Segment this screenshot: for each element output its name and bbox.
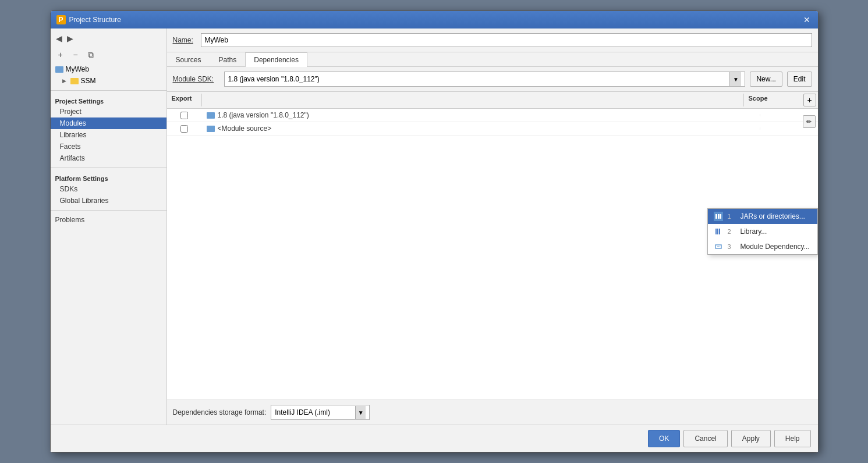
- sdk-select[interactable]: 1.8 (java version "1.8.0_112") ▼: [224, 72, 746, 87]
- library-label: Library...: [741, 227, 767, 236]
- tab-dependencies[interactable]: Dependencies: [245, 52, 307, 67]
- dropdown-item-jars[interactable]: 1 JARs or directories...: [708, 209, 817, 224]
- sidebar-item-libraries[interactable]: Libraries: [51, 129, 166, 141]
- export-checkbox-cell-2: [167, 125, 202, 133]
- project-label: Project: [60, 108, 82, 116]
- sdks-label: SDKs: [60, 185, 78, 193]
- dialog-title: Project Structure: [69, 16, 121, 24]
- export-checkbox-1[interactable]: [180, 112, 188, 119]
- right-action-buttons: ✏: [803, 115, 818, 128]
- tab-sources[interactable]: Sources: [167, 52, 210, 67]
- tree-item-ssm[interactable]: ▶ SSM: [51, 75, 166, 87]
- artifacts-label: Artifacts: [60, 154, 85, 162]
- ssm-expand-arrow: ▶: [62, 78, 68, 84]
- ok-button[interactable]: OK: [648, 430, 680, 447]
- remove-module-button[interactable]: −: [69, 48, 82, 61]
- ssm-label: SSM: [81, 77, 96, 85]
- export-header: Export: [167, 94, 202, 106]
- dep-folder-icon-2: [207, 126, 215, 132]
- dep-name-cell-1: 1.8 (java version "1.8.0_112"): [202, 110, 760, 120]
- back-arrow[interactable]: ◀: [54, 33, 64, 44]
- storage-dropdown-arrow[interactable]: ▼: [355, 406, 366, 419]
- name-row: Name:: [167, 29, 818, 52]
- sidebar-item-problems[interactable]: Problems: [51, 214, 166, 226]
- myweb-label: MyWeb: [66, 65, 89, 73]
- sidebar-divider-3: [51, 210, 166, 211]
- export-checkbox-cell: [167, 112, 202, 119]
- deps-header: Export Scope +: [167, 92, 818, 109]
- table-row: 1.8 (java version "1.8.0_112"): [167, 109, 818, 122]
- sdk-row: Module SDK: 1.8 (java version "1.8.0_112…: [167, 67, 818, 92]
- storage-row: Dependencies storage format: IntelliJ ID…: [167, 400, 818, 425]
- sdk-label: Module SDK:: [173, 75, 219, 83]
- global-libraries-label: Global Libraries: [60, 197, 109, 205]
- sidebar-item-project[interactable]: Project: [51, 106, 166, 117]
- content-area: ◀ ▶ + − ⧉ MyWeb ▶ SSM Project Settings: [51, 29, 818, 425]
- name-header: [202, 94, 743, 106]
- sidebar-item-modules[interactable]: Modules: [51, 117, 166, 129]
- table-row: <Module source>: [167, 122, 818, 136]
- sidebar-divider-1: [51, 90, 166, 91]
- libraries-label: Libraries: [60, 131, 87, 139]
- jars-icon: [714, 212, 723, 221]
- sidebar-item-artifacts[interactable]: Artifacts: [51, 152, 166, 164]
- app-icon: P: [56, 15, 66, 24]
- help-button[interactable]: Help: [774, 430, 811, 447]
- tabs-row: Sources Paths Dependencies: [167, 52, 818, 67]
- svg-rect-4: [717, 229, 718, 234]
- sidebar-divider-2: [51, 168, 166, 168]
- apply-button[interactable]: Apply: [731, 430, 771, 447]
- cancel-button[interactable]: Cancel: [683, 430, 727, 447]
- dropdown-item-library[interactable]: 2 Library...: [708, 224, 817, 239]
- svg-rect-3: [715, 229, 717, 234]
- title-bar: P Project Structure ✕: [51, 11, 818, 29]
- tab-paths[interactable]: Paths: [210, 52, 246, 67]
- name-input[interactable]: [201, 33, 812, 47]
- dep-name-cell-2: <Module source>: [202, 123, 760, 134]
- modules-label: Modules: [60, 119, 86, 127]
- svg-rect-0: [715, 214, 717, 219]
- sdk-edit-button[interactable]: Edit: [787, 72, 812, 87]
- edit-dep-button[interactable]: ✏: [803, 115, 816, 128]
- sdk-dropdown-arrow[interactable]: ▼: [729, 72, 741, 86]
- module-dep-num: 3: [728, 243, 736, 250]
- nav-arrows: ◀ ▶: [51, 31, 166, 46]
- problems-label: Problems: [55, 216, 85, 224]
- dep-name-2: <Module source>: [218, 124, 272, 133]
- dep-name-1: 1.8 (java version "1.8.0_112"): [218, 111, 309, 119]
- dep-folder-icon-1: [207, 112, 215, 119]
- scope-header: Scope: [743, 94, 802, 106]
- sidebar-item-facets[interactable]: Facets: [51, 141, 166, 152]
- add-module-button[interactable]: +: [54, 48, 67, 61]
- jars-label: JARs or directories...: [741, 212, 805, 220]
- tree-item-myweb[interactable]: MyWeb: [51, 63, 166, 75]
- library-icon: [714, 227, 723, 236]
- jars-num: 1: [728, 213, 736, 220]
- platform-settings-label: Platform Settings: [51, 173, 166, 183]
- library-num: 2: [728, 228, 736, 235]
- sdk-select-text: 1.8 (java version "1.8.0_112"): [228, 75, 730, 83]
- svg-rect-1: [718, 214, 720, 219]
- export-checkbox-2[interactable]: [180, 125, 188, 133]
- module-dep-label: Module Dependency...: [741, 243, 810, 251]
- sidebar: ◀ ▶ + − ⧉ MyWeb ▶ SSM Project Settings: [51, 29, 167, 425]
- dependencies-area: Export Scope + 1.8 (java version ": [167, 92, 818, 400]
- add-dependency-button[interactable]: +: [803, 94, 816, 106]
- myweb-folder-icon: [55, 66, 63, 73]
- close-button[interactable]: ✕: [802, 15, 812, 25]
- forward-arrow[interactable]: ▶: [65, 33, 75, 44]
- sidebar-toolbar: + − ⧉: [51, 46, 166, 63]
- dropdown-item-module-dep[interactable]: 3 Module Dependency...: [708, 239, 817, 254]
- project-structure-dialog: P Project Structure ✕ ◀ ▶ + − ⧉ MyWeb: [50, 10, 819, 453]
- project-settings-label: Project Settings: [51, 95, 166, 106]
- storage-label: Dependencies storage format:: [173, 408, 267, 416]
- storage-select[interactable]: IntelliJ IDEA (.iml) ▼: [271, 405, 370, 420]
- sdk-new-button[interactable]: New...: [750, 72, 782, 87]
- svg-rect-2: [720, 214, 721, 219]
- copy-module-button[interactable]: ⧉: [84, 48, 97, 61]
- facets-label: Facets: [60, 143, 81, 151]
- sidebar-item-sdks[interactable]: SDKs: [51, 183, 166, 195]
- ssm-folder-icon: [70, 78, 79, 84]
- sidebar-item-global-libraries[interactable]: Global Libraries: [51, 195, 166, 206]
- add-dependency-dropdown: 1 JARs or directories... 2 Library...: [707, 208, 818, 255]
